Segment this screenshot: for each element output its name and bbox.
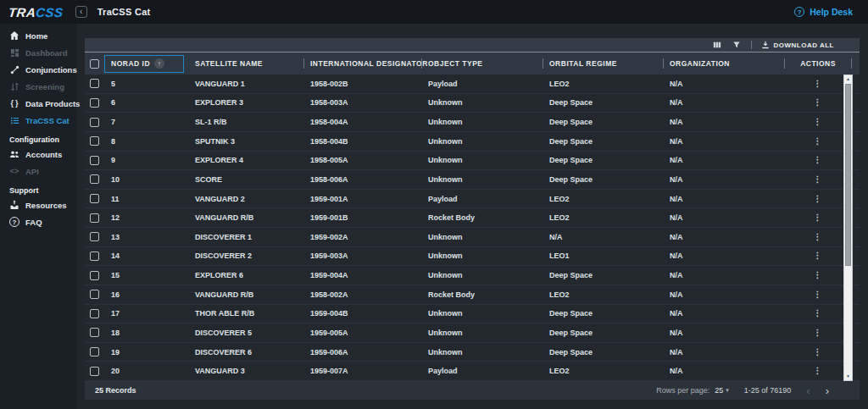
scrollbar-up-arrow-icon[interactable]: ▲ xyxy=(844,75,852,83)
cell-international-designator: 1959-005A xyxy=(303,329,421,337)
row-select-cell xyxy=(85,213,104,223)
row-menu-icon[interactable]: ⋮ xyxy=(784,175,852,184)
cell-orbital-regime: LEO1 xyxy=(542,251,663,260)
cell-object-type: Payload xyxy=(421,367,542,375)
cell-organization: N/A xyxy=(663,233,784,241)
cell-satellite-name: DISCOVERER 2 xyxy=(188,251,303,260)
chevron-left-icon: ‹ xyxy=(80,7,82,16)
column-header-norad-id[interactable]: NORAD ID ↑ xyxy=(104,53,188,75)
cell-actions: ⋮ xyxy=(784,156,852,164)
row-menu-icon[interactable]: ⋮ xyxy=(784,251,852,260)
cell-norad-id: 8 xyxy=(104,137,188,146)
row-checkbox[interactable] xyxy=(90,328,99,337)
column-label: ORGANIZATION xyxy=(670,59,730,68)
row-menu-icon[interactable]: ⋮ xyxy=(784,329,852,337)
sidebar-item-label: Conjunctions xyxy=(25,65,77,75)
column-header-organization[interactable]: ORGANIZATION xyxy=(663,53,784,75)
columns-icon[interactable] xyxy=(712,40,722,50)
column-header-international-designator[interactable]: INTERNATIONAL DESIGNATOR xyxy=(303,53,421,75)
row-checkbox[interactable] xyxy=(90,271,99,280)
top-app-bar: TRACSS ‹ TraCSS Cat ? Help Desk xyxy=(0,0,868,24)
scrollbar-down-arrow-icon[interactable]: ▼ xyxy=(844,373,852,380)
sidebar-item-label: FAQ xyxy=(25,218,42,227)
cell-satellite-name: EXPLORER 6 xyxy=(188,271,303,279)
row-checkbox[interactable] xyxy=(90,251,99,261)
select-all-checkbox[interactable] xyxy=(90,59,99,69)
rows-per-page-select[interactable]: 25 ▾ xyxy=(715,386,729,395)
table-footer: 25 Records Rows per page: 25 ▾ 1-25 of 7… xyxy=(85,381,860,400)
next-page-button[interactable]: › xyxy=(826,385,829,396)
table-scrollbar[interactable]: ▲ ▼ xyxy=(843,75,853,381)
row-checkbox[interactable] xyxy=(90,213,99,223)
row-checkbox[interactable] xyxy=(90,79,99,88)
row-checkbox[interactable] xyxy=(90,194,99,203)
cell-actions: ⋮ xyxy=(784,175,852,184)
previous-page-button[interactable]: ‹ xyxy=(806,385,810,396)
row-menu-icon[interactable]: ⋮ xyxy=(784,80,852,88)
sidebar-item-home[interactable]: Home xyxy=(0,27,76,44)
row-menu-icon[interactable]: ⋮ xyxy=(784,195,852,203)
row-menu-icon[interactable]: ⋮ xyxy=(784,118,852,126)
sidebar-item-accounts[interactable]: Accounts xyxy=(0,146,76,163)
row-checkbox[interactable] xyxy=(90,98,99,108)
cell-object-type: Unknown xyxy=(421,251,542,260)
row-checkbox[interactable] xyxy=(90,232,99,241)
cell-satellite-name: THOR ABLE R/B xyxy=(188,309,303,318)
sidebar-item-tracss-cat[interactable]: TraCSS Cat xyxy=(0,112,76,129)
row-menu-icon[interactable]: ⋮ xyxy=(784,156,852,164)
cell-organization: N/A xyxy=(663,290,784,299)
download-all-button[interactable]: DOWNLOAD ALL xyxy=(761,41,834,49)
row-menu-icon[interactable]: ⋮ xyxy=(784,98,852,107)
row-checkbox[interactable] xyxy=(90,136,99,146)
row-checkbox[interactable] xyxy=(90,118,99,127)
scrollbar-thumb[interactable] xyxy=(845,84,851,266)
cell-object-type: Payload xyxy=(421,80,542,88)
row-menu-icon[interactable]: ⋮ xyxy=(784,367,852,375)
row-checkbox[interactable] xyxy=(90,156,99,165)
sidebar-item-api[interactable]: <> API xyxy=(0,163,76,180)
row-select-cell xyxy=(85,309,104,318)
sidebar-item-resources[interactable]: Resources xyxy=(0,196,76,213)
cell-object-type: Payload xyxy=(421,195,542,203)
row-menu-icon[interactable]: ⋮ xyxy=(784,290,852,299)
cell-orbital-regime: LEO2 xyxy=(542,195,663,203)
column-header-satellite-name[interactable]: SATELLITE NAME xyxy=(188,53,303,75)
row-menu-icon[interactable]: ⋮ xyxy=(784,233,852,241)
cell-satellite-name: VANGUARD 1 xyxy=(188,80,303,88)
cell-orbital-regime: Deep Space xyxy=(542,98,663,107)
sidebar-item-label: Accounts xyxy=(25,150,62,159)
column-label: INTERNATIONAL DESIGNATOR xyxy=(310,59,428,68)
row-checkbox[interactable] xyxy=(90,347,99,356)
sidebar-collapse-button[interactable]: ‹ xyxy=(75,6,87,18)
sidebar-section-support: Support xyxy=(0,185,76,196)
row-select-cell xyxy=(85,367,104,376)
cell-international-designator: 1959-007A xyxy=(303,367,421,375)
row-checkbox[interactable] xyxy=(90,174,99,184)
row-checkbox[interactable] xyxy=(90,290,99,299)
filter-icon[interactable] xyxy=(732,40,742,50)
sidebar-item-dashboard[interactable]: Dashboard xyxy=(0,44,76,61)
help-desk-link[interactable]: ? Help Desk xyxy=(794,7,853,17)
cell-orbital-regime: LEO2 xyxy=(542,213,663,222)
column-header-orbital-regime[interactable]: ORBITAL REGIME xyxy=(542,53,663,75)
cell-international-designator: 1959-001B xyxy=(303,213,421,222)
records-count: 25 Records xyxy=(95,386,136,395)
cell-object-type: Unknown xyxy=(421,348,542,356)
cell-organization: N/A xyxy=(663,80,784,88)
cell-organization: N/A xyxy=(663,137,784,146)
row-checkbox[interactable] xyxy=(90,367,99,376)
column-header-object-type[interactable]: OBJECT TYPE xyxy=(421,53,542,75)
sidebar-item-screening[interactable]: Screening xyxy=(0,78,76,95)
sidebar-item-conjunctions[interactable]: Conjunctions xyxy=(0,61,76,78)
sidebar-item-data-products[interactable]: { } Data Products xyxy=(0,95,76,112)
sidebar-item-faq[interactable]: ? FAQ xyxy=(0,213,76,230)
cell-satellite-name: DISCOVERER 6 xyxy=(188,348,303,356)
row-select-cell xyxy=(85,136,104,146)
row-menu-icon[interactable]: ⋮ xyxy=(784,271,852,279)
row-menu-icon[interactable]: ⋮ xyxy=(784,309,852,318)
row-checkbox[interactable] xyxy=(90,309,99,318)
cell-object-type: Unknown xyxy=(421,271,542,279)
row-menu-icon[interactable]: ⋮ xyxy=(784,348,852,356)
row-menu-icon[interactable]: ⋮ xyxy=(784,137,852,146)
row-menu-icon[interactable]: ⋮ xyxy=(784,213,852,222)
